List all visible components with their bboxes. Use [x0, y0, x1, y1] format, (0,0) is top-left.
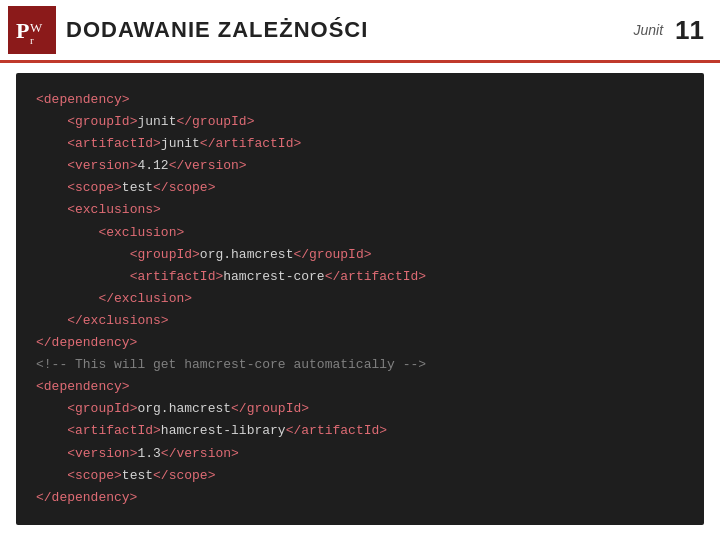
header-right: Junit 11	[634, 15, 705, 46]
code-line-19: </dependency>	[36, 487, 684, 509]
code-line-2: <groupId>junit</groupId>	[36, 111, 684, 133]
code-line-7: <exclusion>	[36, 222, 684, 244]
svg-text:W: W	[30, 20, 43, 35]
code-line-9: <artifactId>hamcrest-core</artifactId>	[36, 266, 684, 288]
code-line-1: <dependency>	[36, 89, 684, 111]
svg-text:P: P	[16, 18, 29, 43]
page-title: DODAWANIE ZALEŻNOŚCI	[66, 17, 368, 43]
logo: P W r	[8, 6, 56, 54]
page-container: P W r DODAWANIE ZALEŻNOŚCI Junit 11 <dep…	[0, 0, 720, 525]
code-line-3: <artifactId>junit</artifactId>	[36, 133, 684, 155]
code-line-5: <scope>test</scope>	[36, 177, 684, 199]
slide-number: 11	[675, 15, 704, 46]
code-line-15: <groupId>org.hamcrest</groupId>	[36, 398, 684, 420]
junit-label: Junit	[634, 22, 664, 38]
code-line-10: </exclusion>	[36, 288, 684, 310]
code-block: <dependency> <groupId>junit</groupId> <a…	[16, 73, 704, 525]
code-line-6: <exclusions>	[36, 199, 684, 221]
code-line-12: </dependency>	[36, 332, 684, 354]
code-line-17: <version>1.3</version>	[36, 443, 684, 465]
code-line-13: <!-- This will get hamcrest-core automat…	[36, 354, 684, 376]
code-line-16: <artifactId>hamcrest-library</artifactId…	[36, 420, 684, 442]
svg-text:r: r	[30, 34, 34, 46]
header: P W r DODAWANIE ZALEŻNOŚCI Junit 11	[0, 0, 720, 63]
code-line-11: </exclusions>	[36, 310, 684, 332]
code-line-14: <dependency>	[36, 376, 684, 398]
code-line-8: <groupId>org.hamcrest</groupId>	[36, 244, 684, 266]
code-line-4: <version>4.12</version>	[36, 155, 684, 177]
code-line-18: <scope>test</scope>	[36, 465, 684, 487]
header-left: P W r DODAWANIE ZALEŻNOŚCI	[8, 6, 368, 54]
